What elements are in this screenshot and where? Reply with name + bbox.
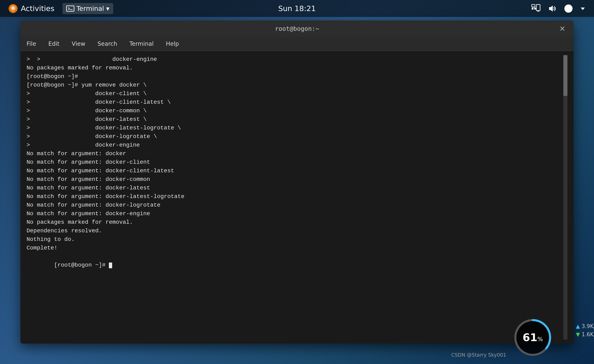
- topbar-dropdown-icon[interactable]: [580, 6, 586, 12]
- terminal-title: root@bogon:~: [275, 25, 319, 32]
- svg-marker-12: [549, 6, 553, 12]
- topbar: Activities Terminal ▾ Sun 18:21: [0, 0, 594, 17]
- terminal-cursor: [109, 263, 112, 268]
- cpu-percent-display: 61%: [523, 331, 543, 344]
- speed-info: ▲ 3.9K/s ▼ 1.6K/s: [576, 323, 594, 338]
- gnome-icon: [8, 4, 18, 13]
- svg-marker-15: [581, 7, 585, 10]
- svg-rect-4: [532, 8, 533, 10]
- network-icon[interactable]: [531, 3, 541, 14]
- topbar-left: Activities Terminal ▾: [8, 3, 113, 14]
- activities-button[interactable]: Activities: [8, 4, 54, 13]
- menu-search[interactable]: Search: [92, 37, 123, 51]
- term-line-15: No match for argument: docker-latest: [27, 184, 563, 192]
- term-line-12: No match for argument: docker-client: [27, 158, 563, 167]
- svg-point-1: [11, 7, 15, 10]
- term-line-14: No match for argument: docker-common: [27, 175, 563, 184]
- topbar-datetime: Sun 18:21: [278, 4, 316, 13]
- download-speed: ▼ 1.6K/s: [576, 331, 594, 338]
- term-line-2: [root@bogon ~]#: [27, 72, 563, 81]
- download-speed-value: 1.6K/s: [581, 331, 594, 338]
- term-line-3: [root@bogon ~]# yum remove docker \: [27, 81, 563, 89]
- cpu-percent-value: 61: [523, 331, 537, 344]
- terminal-icon-svg: [68, 7, 73, 10]
- svg-rect-5: [534, 8, 536, 10]
- term-line-17: No match for argument: docker-logrotate: [27, 201, 563, 209]
- topbar-right: [531, 3, 586, 14]
- term-line-19: No packages marked for removal.: [27, 218, 563, 227]
- network-stats-widget: 61% ▲ 3.9K/s ▼ 1.6K/s: [512, 317, 553, 358]
- term-line-1: No packages marked for removal.: [27, 64, 563, 72]
- term-line-13: No match for argument: docker-client-lat…: [27, 167, 563, 175]
- download-arrow-icon: ▼: [576, 331, 580, 338]
- svg-rect-9: [536, 5, 540, 11]
- terminal-menubar: File Edit View Search Terminal Help: [20, 37, 574, 51]
- menu-file[interactable]: File: [20, 37, 42, 51]
- term-line-11: No match for argument: docker: [27, 149, 563, 158]
- upload-speed-value: 3.9K/s: [581, 323, 594, 329]
- power-icon[interactable]: [563, 3, 574, 14]
- term-line-20: Dependencies resolved.: [27, 227, 563, 235]
- term-line-0: > > docker-engine: [27, 55, 563, 64]
- menu-terminal[interactable]: Terminal: [123, 37, 160, 51]
- term-line-23: [root@bogon ~]#: [27, 252, 563, 278]
- cpu-percent-symbol: %: [537, 336, 543, 343]
- terminal-taskbar-label: Terminal: [76, 5, 104, 13]
- term-line-5: > docker-client-latest \: [27, 98, 563, 106]
- term-line-7: > docker-latest \: [27, 115, 563, 124]
- upload-arrow-icon: ▲: [576, 323, 580, 329]
- upload-speed: ▲ 3.9K/s: [576, 323, 594, 329]
- term-line-16: No match for argument: docker-latest-log…: [27, 192, 563, 201]
- csdn-watermark: CSDN @Starry Sky001: [451, 352, 506, 358]
- terminal-window: root@bogon:~ ✕ File Edit View Search Ter…: [20, 20, 574, 344]
- terminal-content-area[interactable]: > > docker-engine No packages marked for…: [20, 51, 574, 344]
- term-line-6: > docker-common \: [27, 106, 563, 115]
- terminal-titlebar: root@bogon:~ ✕: [20, 20, 574, 37]
- menu-help[interactable]: Help: [160, 37, 185, 51]
- menu-edit[interactable]: Edit: [42, 37, 66, 51]
- terminal-close-button[interactable]: ✕: [557, 23, 567, 34]
- svg-rect-3: [532, 5, 535, 7]
- term-line-18: No match for argument: docker-engine: [27, 209, 563, 218]
- terminal-text: > > docker-engine No packages marked for…: [27, 55, 563, 339]
- terminal-scrollbar[interactable]: [563, 55, 567, 339]
- term-line-22: Complete!: [27, 244, 563, 252]
- volume-icon[interactable]: [547, 3, 557, 14]
- terminal-dropdown-icon: ▾: [106, 5, 109, 13]
- term-line-21: Nothing to do.: [27, 235, 563, 244]
- term-line-9: > docker-logrotate \: [27, 132, 563, 141]
- term-line-8: > docker-latest-logrotate \: [27, 124, 563, 132]
- menu-view[interactable]: View: [66, 37, 91, 51]
- term-line-10: > docker-engine: [27, 141, 563, 149]
- terminal-taskbar-button[interactable]: Terminal ▾: [62, 3, 113, 14]
- terminal-icon: [66, 6, 74, 12]
- activities-label: Activities: [21, 4, 54, 13]
- cpu-circle-widget: 61%: [512, 317, 553, 358]
- scrollbar-thumb[interactable]: [563, 55, 567, 96]
- term-line-4: > docker-client \: [27, 89, 563, 98]
